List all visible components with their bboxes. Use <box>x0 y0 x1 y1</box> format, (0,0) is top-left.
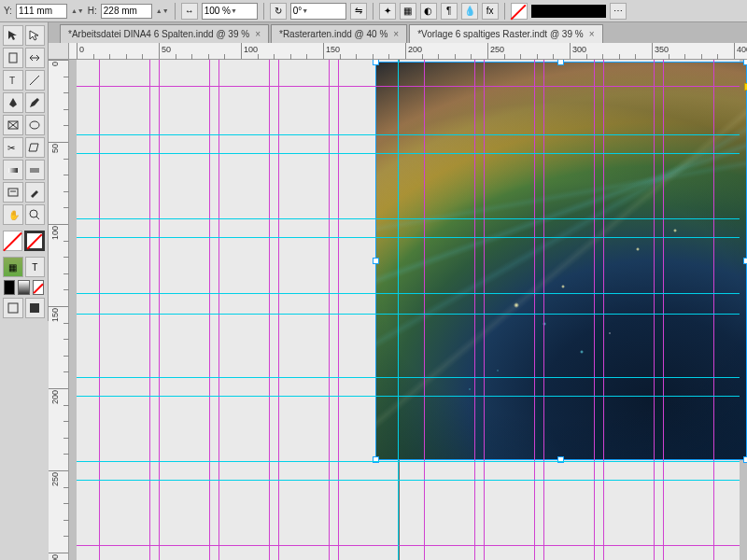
resize-handle[interactable] <box>743 60 747 65</box>
resize-handle[interactable] <box>557 60 564 65</box>
effects-icon[interactable]: ✦ <box>379 3 396 20</box>
baseline-guide[interactable] <box>77 480 740 481</box>
corner-icon[interactable]: ◐ <box>420 3 437 20</box>
y-input[interactable] <box>16 4 67 19</box>
margin-guide[interactable] <box>77 545 740 546</box>
vertical-ruler[interactable] <box>49 60 69 560</box>
fill-none[interactable] <box>3 231 22 251</box>
baseline-guide[interactable] <box>77 237 740 238</box>
margin-guide[interactable] <box>77 86 740 87</box>
baseline-guide[interactable] <box>77 293 740 294</box>
pencil-tool[interactable] <box>25 92 46 113</box>
document-tab-bar: *Arbeitsdatei DINA4 6 Spalten.indd @ 39 … <box>49 22 747 43</box>
gap-tool[interactable] <box>25 48 46 68</box>
svg-rect-16 <box>30 303 39 313</box>
page-tool[interactable] <box>3 48 23 68</box>
fill-swatch[interactable] <box>511 3 528 20</box>
svg-rect-9 <box>30 168 39 173</box>
control-bar: Y: ▲▼ H: ▲▼ ↔ 100 %▼ ↻ 0°▼ ⇋ ✦ ▦ ◐ ¶ 💧 f… <box>0 0 747 22</box>
ruler-guide[interactable] <box>398 60 399 560</box>
separator <box>175 3 176 20</box>
separator <box>373 3 374 20</box>
gradient-feather-tool[interactable] <box>25 160 46 180</box>
resize-handle[interactable] <box>373 60 379 65</box>
resize-handle[interactable] <box>743 258 747 264</box>
canvas[interactable] <box>69 60 747 560</box>
horizontal-ruler[interactable] <box>69 43 747 60</box>
zoom-tool[interactable] <box>25 204 46 225</box>
rotation-dropdown[interactable]: 0°▼ <box>290 3 346 20</box>
drop-icon[interactable]: 💧 <box>461 3 478 20</box>
baseline-guide[interactable] <box>77 377 740 378</box>
resize-handle[interactable] <box>373 258 379 264</box>
rotate-icon[interactable]: ↻ <box>270 3 287 20</box>
rectangle-frame-tool[interactable] <box>3 115 23 135</box>
wrap-icon[interactable]: ▦ <box>400 3 416 20</box>
pen-tool[interactable] <box>3 92 23 113</box>
baseline-guide[interactable] <box>77 218 740 219</box>
svg-point-6 <box>30 121 39 129</box>
svg-text:✂: ✂ <box>7 143 15 153</box>
apply-fill[interactable] <box>4 280 15 295</box>
spread <box>77 60 740 560</box>
more-icon[interactable]: ⋯ <box>610 3 627 20</box>
hand-tool[interactable]: ✋ <box>3 204 23 225</box>
image-frame[interactable] <box>375 62 747 460</box>
baseline-guide[interactable] <box>77 314 740 315</box>
svg-rect-8 <box>8 168 18 173</box>
selection-tool[interactable] <box>3 25 23 46</box>
baseline-guide[interactable] <box>77 396 740 397</box>
baseline-guide[interactable] <box>77 134 740 135</box>
gradient-swatch-tool[interactable] <box>3 160 23 180</box>
svg-line-14 <box>36 217 39 219</box>
close-icon[interactable]: × <box>255 29 261 39</box>
view-mode-normal[interactable] <box>3 298 23 318</box>
svg-text:T: T <box>9 76 15 86</box>
line-tool[interactable] <box>25 70 46 91</box>
stroke-none[interactable] <box>24 231 45 251</box>
svg-point-13 <box>30 210 37 217</box>
h-label: H: <box>88 6 97 16</box>
separator <box>263 3 264 20</box>
fx-icon[interactable]: fx <box>482 3 499 20</box>
type-tool[interactable]: T <box>3 70 23 91</box>
stroke-preview[interactable] <box>531 5 606 18</box>
apply-none[interactable] <box>33 280 44 295</box>
flip-h-icon[interactable]: ⇋ <box>350 3 367 20</box>
resize-handle[interactable] <box>743 456 747 463</box>
format-container-icon[interactable]: ▦ <box>3 257 23 277</box>
transform-tool[interactable] <box>25 137 46 158</box>
document-tab[interactable]: *Vorlage 6 spaltiges Raster.indt @ 39 %× <box>409 24 602 43</box>
y-label: Y: <box>4 6 12 16</box>
baseline-guide[interactable] <box>77 153 740 154</box>
view-mode-preview[interactable] <box>25 298 46 318</box>
format-text-icon[interactable]: T <box>25 257 46 277</box>
separator <box>504 3 505 20</box>
document-tab[interactable]: *Arbeitsdatei DINA4 6 Spalten.indd @ 39 … <box>60 24 269 43</box>
ellipse-tool[interactable] <box>25 115 46 135</box>
toolbox: T ✂ ✋ ▦ T <box>0 22 49 321</box>
zoom-dropdown[interactable]: 100 %▼ <box>202 3 258 20</box>
note-tool[interactable] <box>3 182 23 203</box>
ruler-origin[interactable] <box>49 43 69 60</box>
svg-line-2 <box>30 76 39 85</box>
h-input[interactable] <box>101 4 152 19</box>
close-icon[interactable]: × <box>393 29 399 39</box>
close-icon[interactable]: × <box>589 29 595 39</box>
svg-text:✋: ✋ <box>8 209 20 221</box>
document-tab[interactable]: *Rasterarten.indd @ 40 %× <box>271 24 407 43</box>
svg-rect-10 <box>8 189 18 196</box>
baseline-guide[interactable] <box>77 461 740 462</box>
svg-rect-0 <box>9 53 17 63</box>
stepper-icon[interactable]: ▲▼ <box>156 7 169 14</box>
svg-rect-15 <box>8 303 18 313</box>
stepper-icon[interactable]: ▲▼ <box>71 7 84 14</box>
placed-image <box>376 63 746 459</box>
direct-selection-tool[interactable] <box>25 25 46 46</box>
eyedropper-tool[interactable] <box>25 182 46 203</box>
apply-gradient[interactable] <box>18 280 29 295</box>
scale-x-icon[interactable]: ↔ <box>181 3 198 20</box>
scissors-tool[interactable]: ✂ <box>3 137 23 158</box>
para-icon[interactable]: ¶ <box>441 3 458 20</box>
